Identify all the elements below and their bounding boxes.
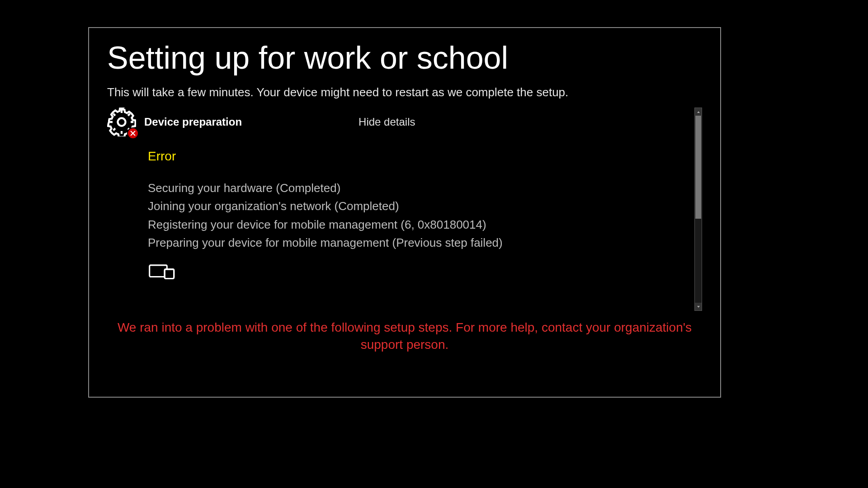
page-subtitle: This will take a few minutes. Your devic…: [107, 85, 702, 99]
error-badge-icon: [127, 127, 139, 139]
hide-details-toggle[interactable]: Hide details: [359, 116, 415, 128]
step-item: Securing your hardware (Completed): [148, 179, 689, 197]
svg-point-0: [118, 118, 125, 126]
devices-icon: [148, 263, 177, 280]
step-item: Joining your organization's network (Com…: [148, 197, 689, 215]
problem-message: We ran into a problem with one of the fo…: [107, 319, 702, 353]
scrollbar[interactable]: [694, 108, 702, 311]
step-item: Preparing your device for mobile managem…: [148, 234, 689, 252]
oobe-window: Setting up for work or school This will …: [88, 27, 721, 398]
content-area: Device preparation Hide details Error Se…: [107, 108, 702, 311]
section-label: Device preparation: [144, 116, 242, 128]
scroll-down-button[interactable]: [695, 303, 702, 310]
gear-icon: [107, 108, 136, 136]
scroll-content: Device preparation Hide details Error Se…: [107, 108, 702, 280]
section-details: Error Securing your hardware (Completed)…: [107, 149, 689, 280]
page-title: Setting up for work or school: [107, 41, 702, 75]
scroll-up-button[interactable]: [695, 108, 702, 116]
svg-rect-2: [165, 269, 174, 279]
step-item: Registering your device for mobile manag…: [148, 216, 689, 234]
scroll-track[interactable]: [695, 116, 702, 303]
scroll-thumb[interactable]: [695, 116, 701, 219]
status-error: Error: [148, 149, 689, 164]
device-preparation-header: Device preparation Hide details: [107, 108, 689, 136]
